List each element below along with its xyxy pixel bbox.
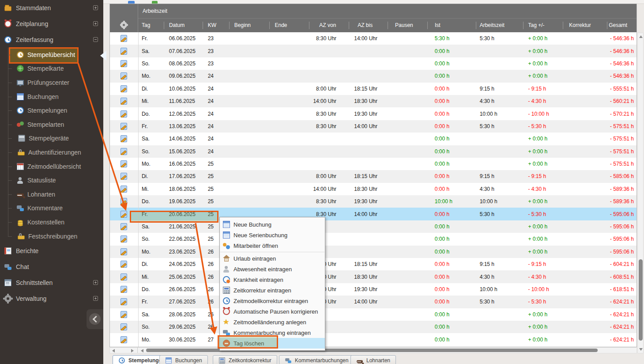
horizontal-scrollbar-thumb[interactable]: [146, 349, 598, 352]
locked-scroll-left-arrow-icon[interactable]: [112, 349, 115, 353]
column-header-kw[interactable]: KW: [203, 19, 229, 32]
column-header-beginn[interactable]: Beginn: [229, 19, 270, 32]
edit-day-icon[interactable]: [121, 323, 127, 330]
expand-plus-icon[interactable]: [93, 296, 98, 301]
edit-day-icon[interactable]: [121, 160, 127, 167]
vertical-scrollbar-thumb[interactable]: [639, 259, 643, 341]
column-header-az_bis[interactable]: AZ bis: [349, 19, 388, 32]
column-header-arbeitszeit[interactable]: Arbeitszeit: [476, 19, 523, 32]
expand-plus-icon[interactable]: [93, 5, 98, 10]
sidebar-item-chat[interactable]: Chat: [0, 259, 103, 275]
column-header-ende[interactable]: Ende: [269, 19, 309, 32]
table-row-23.06.2025[interactable]: Mo.23.06.2025260:00 h+ 0:00 h- 595:06 h: [110, 246, 636, 258]
edit-day-icon[interactable]: [121, 148, 127, 155]
sidebar-item-kommentare[interactable]: Kommentare: [0, 201, 103, 216]
edit-day-icon[interactable]: [121, 198, 127, 205]
sidebar-item-festschreibungen[interactable]: Festschreibungen: [0, 229, 103, 243]
sidebar-item-stammdaten[interactable]: Stammdaten: [0, 0, 103, 16]
sidebar-item-schnittstellen[interactable]: Schnittstellen: [0, 275, 103, 291]
table-row-08.06.2025[interactable]: So.08.06.2025230:00 h+ 0:00 h- 546:36 h: [110, 57, 636, 70]
collapse-minus-icon[interactable]: [93, 37, 98, 42]
table-row-06.06.2025[interactable]: Fr.06.06.2025238:30 Uhr14:00 Uhr5:30 h5:…: [110, 32, 636, 45]
column-header-az_von[interactable]: AZ von: [309, 19, 349, 32]
sidebar-item-statusliste[interactable]: Statusliste: [0, 173, 103, 187]
table-row-30.06.2025[interactable]: Mo.30.06.2025270:00 h+ 0:00 h- 624:21 h: [110, 333, 636, 345]
column-header-korrektur[interactable]: Korrektur: [563, 19, 607, 32]
sidebar-item-stempeluebersicht[interactable]: Stempelübersicht: [0, 48, 103, 62]
menu-item-neue-serienbuchung[interactable]: Neue Serienbuchung: [220, 230, 325, 240]
column-header-ist[interactable]: Ist: [427, 19, 476, 32]
column-header-pausen[interactable]: Pausen: [388, 19, 427, 32]
table-row-16.06.2025[interactable]: Mo.16.06.2025250:00 h+ 0:00 h- 575:51 h: [110, 158, 636, 170]
edit-day-icon[interactable]: [121, 35, 127, 42]
sidebar-item-verwaltung[interactable]: Verwaltung: [0, 291, 103, 307]
menu-item-automatische-pausen-korrigieren[interactable]: Automatische Pausen korrigieren: [220, 306, 325, 317]
table-row-26.06.2025[interactable]: Do.26.06.2025268:30 Uhr19:30 Uhr0:00 h10…: [110, 283, 636, 296]
column-header-gesamt[interactable]: Gesamt +/-: [607, 19, 636, 32]
table-row-29.06.2025[interactable]: So.29.06.2025260:00 h+ 0:00 h- 624:21 h: [110, 321, 636, 333]
scroll-up-arrow-icon[interactable]: [639, 35, 643, 38]
table-row-14.06.2025[interactable]: Sa.14.06.2025240:00 h+ 0:00 h- 575:51 h: [110, 133, 636, 145]
menu-item-mitarbeiter-ffnen[interactable]: Mitarbeiter öffnen: [220, 240, 325, 251]
edit-day-icon[interactable]: [121, 235, 127, 243]
table-row-19.06.2025[interactable]: Do.19.06.2025258:30 Uhr19:30 Uhr10:00 h1…: [110, 195, 636, 208]
table-row-27.06.2025[interactable]: Fr.27.06.2025268:30 Uhr14:00 Uhr0:00 h5:…: [110, 296, 636, 308]
menu-item-neue-buchung[interactable]: Neue Buchung: [220, 219, 325, 230]
edit-day-icon[interactable]: [121, 186, 127, 193]
sidebar-item-stempelgeraete[interactable]: Stempelgeräte: [0, 132, 103, 146]
sidebar-collapse-button[interactable]: [87, 309, 103, 329]
edit-day-icon[interactable]: [121, 123, 127, 130]
sidebar-item-lohnarten[interactable]: Lohnarten: [0, 187, 103, 201]
edit-day-icon[interactable]: [121, 110, 127, 118]
sidebar-item-buchungen[interactable]: Buchungen: [0, 90, 103, 104]
column-header-datum[interactable]: Datum: [164, 19, 203, 32]
table-row-28.06.2025[interactable]: Sa.28.06.2025260:00 h+ 0:00 h- 624:21 h: [110, 308, 636, 321]
scroll-down-arrow-icon[interactable]: [639, 348, 643, 351]
edit-day-icon[interactable]: [121, 98, 127, 105]
tab-zeitkontokorrektur[interactable]: Zeitkontokorrektur: [213, 355, 277, 364]
table-row-18.06.2025[interactable]: Mi.18.06.20252514:00 Uhr18:30 Uhr0:00 h4…: [110, 183, 636, 195]
sidebar-item-zeitplanung[interactable]: Zeitplanung: [0, 16, 103, 32]
edit-day-icon[interactable]: [121, 261, 127, 268]
menu-item-krankheit-eintragen[interactable]: Krankheit eintragen: [220, 274, 325, 285]
edit-day-icon[interactable]: [121, 60, 127, 67]
menu-item-zeitkorrektur-eintragen[interactable]: Zeitkorrektur eintragen: [220, 285, 325, 296]
menu-item-zeitmodellkorrektur-eintragen[interactable]: Zeitmodellkorrektur eintragen: [220, 296, 325, 306]
table-row-07.06.2025[interactable]: Sa.07.06.2025230:00 h+ 0:00 h- 546:36 h: [110, 45, 636, 57]
table-row-11.06.2025[interactable]: Mi.11.06.20252414:00 Uhr18:30 Uhr0:00 h4…: [110, 95, 636, 107]
menu-item-urlaub-eintragen[interactable]: Urlaub eintragen: [220, 253, 325, 264]
edit-day-icon[interactable]: [121, 135, 127, 142]
expand-plus-icon[interactable]: [93, 21, 98, 26]
edit-day-icon[interactable]: [121, 273, 127, 281]
table-row-25.06.2025[interactable]: Mi.25.06.20252614:00 Uhr18:30 Uhr0:00 h4…: [110, 270, 636, 283]
table-row-24.06.2025[interactable]: Di.24.06.2025268:00 Uhr18:15 Uhr0:00 h9:…: [110, 258, 636, 270]
edit-day-icon[interactable]: [121, 85, 127, 92]
menu-item-abwesenheit-eintragen[interactable]: Abwesenheit eintragen: [220, 264, 325, 274]
horizontal-scrollbar[interactable]: [109, 347, 637, 353]
locked-scroll-right-arrow-icon[interactable]: [131, 349, 134, 353]
sidebar-item-stempelungen[interactable]: Stempelungen: [0, 103, 103, 118]
menu-item-tag-l-schen[interactable]: Tag löschen: [220, 338, 325, 349]
menu-item-zeitmodell-nderung-anlegen[interactable]: ★Zeitmodelländerung anlegen: [220, 317, 325, 327]
edit-day-icon[interactable]: [121, 173, 127, 180]
sidebar-item-zeiterfassung[interactable]: Zeiterfassung: [0, 32, 103, 48]
menu-item-kommentarbuchung-eintragen[interactable]: Kommentarbuchung eintragen: [220, 327, 325, 338]
column-settings-gear-icon[interactable]: [121, 22, 127, 30]
sidebar-item-stempelarten[interactable]: Stempelarten: [0, 118, 103, 132]
column-header-tag[interactable]: Tag: [138, 19, 164, 32]
edit-day-icon[interactable]: [121, 223, 127, 230]
edit-day-icon[interactable]: [121, 298, 127, 305]
sidebar-item-kostenstellen[interactable]: Kostenstellen: [0, 215, 103, 229]
table-row-12.06.2025[interactable]: Do.12.06.2025248:30 Uhr19:30 Uhr0:00 h10…: [110, 107, 636, 120]
edit-day-icon[interactable]: [121, 211, 127, 218]
vertical-scrollbar[interactable]: [637, 33, 644, 353]
sidebar-item-zeitmodelluebersicht[interactable]: Zeitmodellübersicht: [0, 159, 103, 174]
table-row-09.06.2025[interactable]: Mo.09.06.2025240:00 h+ 0:00 h- 546:36 h: [110, 70, 636, 82]
edit-day-icon[interactable]: [121, 336, 127, 343]
edit-day-icon[interactable]: [121, 311, 127, 318]
table-row-10.06.2025[interactable]: Di.10.06.2025248:00 Uhr18:15 Uhr0:00 h9:…: [110, 83, 636, 95]
table-row-21.06.2025[interactable]: Sa.21.06.2025250:00 h+ 0:00 h- 595:06 h: [110, 220, 636, 233]
edit-day-icon[interactable]: [121, 48, 127, 55]
table-row-22.06.2025[interactable]: So.22.06.2025250:00 h+ 0:00 h- 595:06 h: [110, 233, 636, 245]
sidebar-item-authentifizierungen[interactable]: Authentifizierungen: [0, 145, 103, 159]
